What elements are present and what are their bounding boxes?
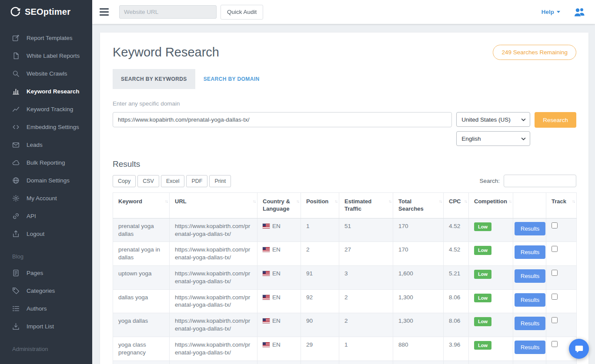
results-button[interactable]: Results — [515, 293, 545, 307]
col-header-url[interactable]: URL↑↓ — [170, 193, 257, 218]
tab-search-by-keywords[interactable]: SEARCH BY KEYWORDS — [113, 69, 195, 89]
language-code: EN — [272, 318, 281, 324]
sidebar-item-label: Website Crawls — [27, 70, 67, 77]
language-select[interactable]: English — [456, 131, 530, 146]
sidebar-item-label: White Label Reports — [27, 53, 80, 59]
sidebar-item-embedding-settings[interactable]: Embedding Settings — [0, 118, 92, 136]
competition-badge: Low — [474, 317, 491, 326]
api-icon — [12, 212, 20, 220]
col-header-cpc[interactable]: CPC↑↓ — [444, 193, 469, 218]
search-label: Search: — [479, 178, 500, 184]
sidebar-item-bulk-reporting[interactable]: Bulk Reporting — [0, 154, 92, 172]
results-button[interactable]: Results — [515, 269, 545, 283]
sidebar-item-report-templates[interactable]: Report Templates — [0, 29, 92, 47]
export-csv-button[interactable]: CSV — [137, 175, 159, 187]
position-cell: 91 — [301, 266, 339, 290]
logo[interactable]: SEOptimer — [0, 0, 92, 24]
quick-audit-button[interactable]: Quick Audit — [221, 5, 263, 20]
col-header-track[interactable]: Track↑↓ — [546, 193, 577, 218]
cpc-cell: 4.52 — [444, 242, 469, 266]
track-checkbox[interactable] — [552, 222, 558, 228]
topbar: Quick Audit Help — [92, 0, 595, 24]
sidebar-item-website-crawls[interactable]: Website Crawls — [0, 65, 92, 83]
main-content: Keyword Research 249 Searches Remaining … — [92, 24, 595, 364]
export-print-button[interactable]: Print — [209, 175, 231, 187]
keyword-cell: yoga class pregnancy — [113, 337, 170, 361]
chevron-down-icon — [521, 137, 526, 140]
website-url-input[interactable] — [119, 5, 217, 19]
col-header-position[interactable]: Position↑↓ — [301, 193, 339, 218]
embedding-settings-icon — [12, 123, 20, 131]
position-cell: 29 — [301, 337, 339, 361]
track-checkbox[interactable] — [552, 294, 558, 300]
competition-badge: Low — [474, 270, 491, 279]
export-pdf-button[interactable]: PDF — [186, 175, 207, 187]
cpc-cell: 4.52 — [444, 218, 469, 242]
sidebar-item-keyword-tracking[interactable]: Keyword Tracking — [0, 100, 92, 118]
sidebar-item-domain-settings[interactable]: Domain Settings — [0, 172, 92, 189]
sidebar-item-api[interactable]: API — [0, 207, 92, 225]
sidebar-item-label: Pages — [27, 270, 43, 276]
sidebar-item-keyword-research[interactable]: Keyword Research — [0, 83, 92, 100]
sidebar-item-label: Bulk Reporting — [27, 159, 65, 166]
col-header-competition[interactable]: Competition↑↓ — [469, 193, 513, 218]
sidebar-item-pages[interactable]: Pages — [0, 264, 92, 282]
col-header-estimated-traffic[interactable]: Estimated Traffic↑↓ — [339, 193, 393, 218]
table-row: prenatal yoga dallas https://www.kopabir… — [113, 218, 577, 242]
search-tabs: SEARCH BY KEYWORDS SEARCH BY DOMAIN — [113, 69, 576, 89]
research-button[interactable]: Research — [535, 112, 576, 128]
track-checkbox[interactable] — [552, 246, 558, 252]
results-button[interactable]: Results — [515, 222, 545, 235]
results-button[interactable]: Results — [515, 341, 545, 354]
export-excel-button[interactable]: Excel — [161, 175, 185, 187]
sidebar-item-logout[interactable]: Logout — [0, 225, 92, 243]
col-header-total-searches[interactable]: Total Searches↑↓ — [393, 193, 444, 218]
table-row: dallas yoga https://www.kopabirth.com/pr… — [113, 289, 577, 313]
results-button[interactable]: Results — [515, 317, 545, 330]
sidebar-nav: Report TemplatesWhite Label ReportsWebsi… — [0, 24, 92, 357]
sidebar-item-white-label-reports[interactable]: White Label Reports — [0, 47, 92, 65]
col-header-country-language[interactable]: Country & Language↑↓ — [257, 193, 301, 218]
total-searches-cell: 1,300 — [393, 289, 444, 313]
track-cell — [546, 242, 577, 266]
track-checkbox[interactable] — [552, 270, 558, 276]
competition-cell: Low — [469, 242, 513, 266]
sidebar-item-label: Keyword Research — [27, 88, 80, 95]
track-checkbox[interactable] — [552, 317, 558, 323]
track-checkbox[interactable] — [552, 341, 558, 347]
export-copy-button[interactable]: Copy — [113, 175, 136, 187]
sidebar-item-import-list[interactable]: Import List — [0, 318, 92, 335]
sidebar-item-authors[interactable]: Authors — [0, 300, 92, 318]
tab-search-by-domain[interactable]: SEARCH BY DOMAIN — [195, 69, 268, 89]
help-menu[interactable]: Help — [542, 9, 560, 15]
domain-input[interactable] — [113, 112, 452, 127]
estimated-traffic-cell: 51 — [339, 218, 393, 242]
us-flag-icon — [263, 271, 270, 276]
bulk-reporting-icon — [12, 159, 20, 166]
url-cell: https://www.kopabirth.com/prenatal-yoga-… — [170, 242, 257, 266]
sidebar-item-label: My Account — [27, 195, 57, 202]
website-crawls-icon — [12, 70, 20, 77]
searches-remaining-badge: 249 Searches Remaining — [493, 45, 576, 60]
sort-icon: ↑↓ — [388, 199, 391, 204]
col-header-keyword[interactable]: Keyword↑↓ — [113, 193, 170, 218]
country-select-value: United States (US) — [461, 116, 511, 123]
chat-widget-button[interactable] — [569, 339, 589, 359]
hamburger-menu-icon[interactable] — [100, 8, 109, 16]
country-cell: EN — [257, 266, 301, 290]
action-cell: Results — [513, 266, 546, 290]
sidebar-item-label: Domain Settings — [27, 177, 70, 184]
table-row: yoga class pregnancy https://www.kopabir… — [113, 337, 577, 361]
country-select[interactable]: United States (US) — [456, 112, 530, 127]
competition-cell: Low — [469, 337, 513, 361]
sidebar-item-leads[interactable]: Leads — [0, 136, 92, 154]
account-users-icon[interactable] — [573, 7, 586, 17]
sidebar-item-categories[interactable]: Categories — [0, 282, 92, 300]
sidebar-item-my-account[interactable]: My Account — [0, 189, 92, 207]
country-cell: EN — [257, 313, 301, 337]
position-cell: 90 — [301, 313, 339, 337]
results-search-input[interactable] — [504, 175, 576, 187]
results-button[interactable]: Results — [515, 245, 545, 259]
total-searches-cell: 1,300 — [393, 313, 444, 337]
sidebar: SEOptimer Report TemplatesWhite Label Re… — [0, 0, 92, 364]
